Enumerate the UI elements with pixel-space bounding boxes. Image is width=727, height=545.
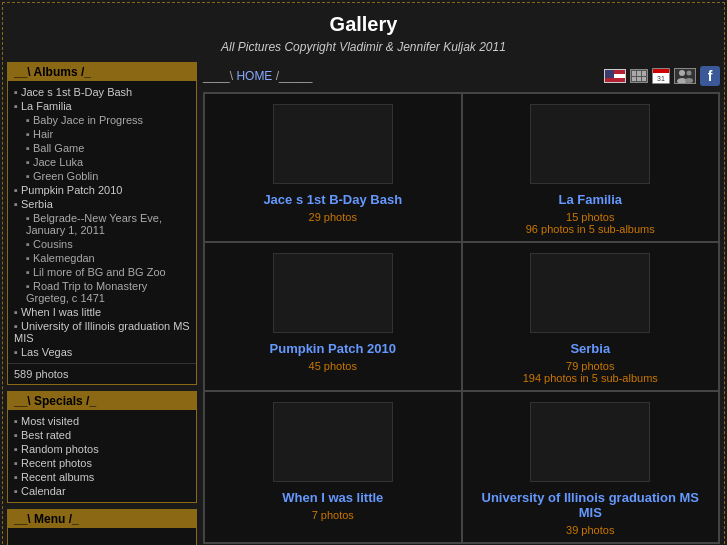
album-thumbnail [530, 253, 650, 333]
album-cell-when-little[interactable]: When I was little 7 photos [204, 391, 462, 543]
facebook-icon[interactable]: f [700, 66, 720, 86]
album-cell-jace-bday[interactable]: Jace s 1st B-Day Bash 29 photos [204, 93, 462, 242]
menu-section: __\ Menu /_ [7, 509, 197, 545]
sidebar-item-la-familia[interactable]: La Familia [14, 99, 190, 113]
sidebar-item-best-rated[interactable]: Best rated [14, 428, 190, 442]
album-count-la-familia: 15 photos96 photos in 5 sub-albums [526, 211, 655, 235]
album-name-la-familia[interactable]: La Familia [558, 192, 622, 207]
sidebar-item-most-visited[interactable]: Most visited [14, 414, 190, 428]
specials-items: Most visited Best rated Random photos Re… [8, 410, 196, 502]
sidebar-item-las-vegas[interactable]: Las Vegas [14, 345, 190, 359]
sidebar-item-random-photos[interactable]: Random photos [14, 442, 190, 456]
sidebar-item-bg-zoo[interactable]: Lil more of BG and BG Zoo [14, 265, 190, 279]
main-layout: __\ Albums /_ Jace s 1st B-Day Bash La F… [3, 62, 724, 545]
total-photo-count: 589 photos [8, 363, 196, 384]
sidebar-item-hair[interactable]: Hair [14, 127, 190, 141]
album-name-when-little[interactable]: When I was little [282, 490, 383, 505]
menu-items [8, 528, 196, 545]
content-header: ____\ HOME /_____ [203, 62, 720, 92]
sidebar-item-recent-photos[interactable]: Recent photos [14, 456, 190, 470]
albums-section: __\ Albums /_ Jace s 1st B-Day Bash La F… [7, 62, 197, 385]
sidebar-item-recent-albums[interactable]: Recent albums [14, 470, 190, 484]
album-name-uiuc[interactable]: University of Illinois graduation MS MIS [471, 490, 711, 520]
specials-section: __\ Specials /_ Most visited Best rated … [7, 391, 197, 503]
calendar-icon[interactable]: 31 [652, 68, 670, 84]
sidebar-item-serbia[interactable]: Serbia [14, 197, 190, 211]
breadcrumb-dashes: ____\ [203, 69, 236, 83]
sidebar-item-belgrade[interactable]: Belgrade--New Years Eve, January 1, 2011 [14, 211, 190, 237]
sidebar-item-road-trip[interactable]: Road Trip to Monastery Grgeteg, c 1471 [14, 279, 190, 305]
albums-title-label: __\ Albums /_ [14, 65, 91, 79]
specials-section-title: __\ Specials /_ [8, 392, 196, 410]
svg-point-2 [687, 71, 692, 76]
outer-border: Gallery All Pictures Copyright Vladimir … [2, 2, 725, 545]
album-thumbnail [273, 402, 393, 482]
album-thumbnail [273, 253, 393, 333]
content-area: ____\ HOME /_____ [203, 62, 720, 545]
person-icon[interactable] [674, 68, 696, 84]
copyright-text: All Pictures Copyright Vladimir & Jennif… [3, 40, 724, 62]
album-thumbnail [530, 402, 650, 482]
breadcrumb-dashes2: /_____ [272, 69, 312, 83]
header-icons: 31 [604, 66, 720, 86]
menu-title-label: __\ Menu /_ [14, 512, 79, 526]
album-grid: Jace s 1st B-Day Bash 29 photos La Famil… [203, 92, 720, 544]
album-name-serbia[interactable]: Serbia [570, 341, 610, 356]
flag-icon[interactable] [604, 69, 626, 83]
breadcrumb: ____\ HOME /_____ [203, 69, 312, 83]
sidebar-item-calendar[interactable]: Calendar [14, 484, 190, 498]
sidebar: __\ Albums /_ Jace s 1st B-Day Bash La F… [7, 62, 197, 545]
sidebar-item-baby-jace[interactable]: Baby Jace in Progress [14, 113, 190, 127]
sidebar-item-pumpkin[interactable]: Pumpkin Patch 2010 [14, 183, 190, 197]
sidebar-item-jace-bday[interactable]: Jace s 1st B-Day Bash [14, 85, 190, 99]
album-name-pumpkin[interactable]: Pumpkin Patch 2010 [270, 341, 396, 356]
page-title: Gallery [3, 3, 724, 40]
grid-view-icon[interactable] [630, 69, 648, 83]
albums-items: Jace s 1st B-Day Bash La Familia Baby Ja… [8, 81, 196, 363]
sidebar-item-green-goblin[interactable]: Green Goblin [14, 169, 190, 183]
album-count-pumpkin: 45 photos [309, 360, 357, 372]
albums-section-title: __\ Albums /_ [8, 63, 196, 81]
album-thumbnail [530, 104, 650, 184]
album-cell-uiuc[interactable]: University of Illinois graduation MS MIS… [462, 391, 720, 543]
sidebar-item-jace-luka[interactable]: Jace Luka [14, 155, 190, 169]
home-link[interactable]: HOME [236, 69, 272, 83]
album-count-uiuc: 39 photos [566, 524, 614, 536]
menu-section-title: __\ Menu /_ [8, 510, 196, 528]
album-count-jace-bday: 29 photos [309, 211, 357, 223]
sidebar-item-cousins[interactable]: Cousins [14, 237, 190, 251]
specials-title-label: __\ Specials /_ [14, 394, 96, 408]
album-thumbnail [273, 104, 393, 184]
svg-point-0 [679, 70, 685, 76]
sidebar-item-kalemegdan[interactable]: Kalemegdan [14, 251, 190, 265]
album-cell-la-familia[interactable]: La Familia 15 photos96 photos in 5 sub-a… [462, 93, 720, 242]
album-cell-pumpkin[interactable]: Pumpkin Patch 2010 45 photos [204, 242, 462, 391]
album-name-jace-bday[interactable]: Jace s 1st B-Day Bash [263, 192, 402, 207]
sidebar-item-ball-game[interactable]: Ball Game [14, 141, 190, 155]
album-count-serbia: 79 photos194 photos in 5 sub-albums [523, 360, 658, 384]
album-cell-serbia[interactable]: Serbia 79 photos194 photos in 5 sub-albu… [462, 242, 720, 391]
album-count-when-little: 7 photos [312, 509, 354, 521]
sidebar-item-uiuc[interactable]: University of Illinois graduation MS MIS [14, 319, 190, 345]
svg-point-3 [685, 78, 693, 83]
sidebar-item-when-little[interactable]: When I was little [14, 305, 190, 319]
